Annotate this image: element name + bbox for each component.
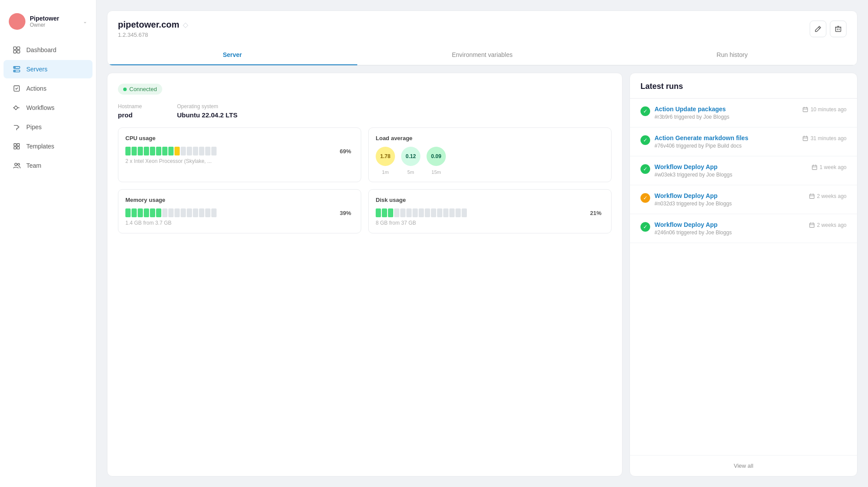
load-label: 1m	[376, 169, 395, 175]
server-info-panel: Connected Hostname prod Operating system…	[107, 73, 623, 476]
disk-bar-segment	[376, 208, 381, 217]
disk-bar-segment	[431, 208, 436, 217]
sidebar-item-label: Servers	[26, 66, 47, 73]
calendar-icon	[811, 164, 818, 170]
cpu-bar-segment	[193, 147, 198, 155]
runs-header: Latest runs	[630, 73, 857, 99]
host-os-row: Hostname prod Operating system Ubuntu 22…	[118, 103, 612, 119]
cpu-bar-segment	[211, 147, 217, 155]
run-meta: #n032d3 triggered by Joe Bloggs	[655, 201, 732, 207]
run-item[interactable]: ✓Action Update packages#r3b9r6 triggered…	[630, 99, 857, 127]
cpu-bar-segment	[150, 147, 155, 155]
memory-bar-segment	[193, 208, 198, 217]
disk-usage-metric: Disk usage 21% 8 GB from 37 GB	[368, 189, 612, 233]
disk-bar-segment	[413, 208, 418, 217]
run-meta: #w03ek3 triggered by Joe Bloggs	[655, 172, 732, 178]
memory-bar-container	[125, 208, 336, 217]
cpu-bar-segment	[162, 147, 167, 155]
run-item[interactable]: ✓Workflow Deploy App#w03ek3 triggered by…	[630, 156, 857, 185]
load-title: Load average	[376, 135, 604, 141]
run-item[interactable]: ✓Workflow Deploy App#246n06 triggered by…	[630, 214, 857, 243]
svg-rect-0	[14, 47, 16, 49]
tabs: Server Environment variables Run history	[107, 45, 857, 65]
svg-rect-10	[17, 144, 19, 146]
metrics-grid: CPU usage 69% 2 x Intel Xeon Processor (…	[118, 127, 612, 233]
content-area: Connected Hostname prod Operating system…	[107, 73, 857, 476]
run-time: 2 weeks ago	[809, 221, 847, 228]
run-time: 1 week ago	[811, 163, 847, 170]
servers-icon	[12, 65, 21, 74]
hostname-value: prod	[118, 111, 142, 119]
connection-status-badge: Connected	[118, 84, 162, 95]
sidebar-item-label: Workflows	[26, 104, 54, 111]
load-average-metric: Load average 1.780.120.09 1m5m15m	[368, 127, 612, 182]
run-status-icon-warning: ✓	[640, 193, 650, 203]
run-meta: #r3b9r6 triggered by Joe Bloggs	[655, 114, 729, 120]
disk-bar-segment	[462, 208, 467, 217]
sidebar-item-team[interactable]: Team	[4, 156, 92, 175]
load-circle: 1.78	[376, 147, 395, 166]
user-profile[interactable]: Pipetower Owner ⌄	[0, 9, 96, 40]
run-time-text: 1 week ago	[820, 164, 847, 170]
memory-bar-segment	[187, 208, 192, 217]
svg-rect-20	[809, 223, 814, 228]
tab-run-history[interactable]: Run history	[607, 45, 857, 65]
server-domain: pipetower.com	[118, 20, 179, 30]
sidebar-item-pipes[interactable]: Pipes	[4, 118, 92, 136]
sidebar-item-templates[interactable]: Templates	[4, 137, 92, 155]
run-meta: #246n06 triggered by Joe Bloggs	[655, 229, 732, 236]
os-value: Ubuntu 22.04.2 LTS	[177, 111, 238, 119]
sidebar-item-label: Templates	[26, 143, 54, 150]
memory-bar-segment	[132, 208, 137, 217]
svg-rect-12	[17, 147, 19, 149]
svg-rect-11	[14, 147, 16, 149]
svg-rect-17	[803, 137, 808, 141]
memory-bar-segment	[211, 208, 217, 217]
calendar-icon	[802, 106, 808, 113]
server-action-buttons	[810, 21, 847, 37]
svg-rect-18	[812, 166, 817, 170]
edit-button[interactable]	[810, 21, 826, 37]
sidebar-item-workflows[interactable]: Workflows	[4, 99, 92, 117]
user-name: Pipetower	[30, 15, 59, 22]
disk-sub: 8 GB from 37 GB	[376, 220, 604, 226]
memory-bar-segment	[150, 208, 155, 217]
disk-bar-segment	[443, 208, 448, 217]
cpu-bar-segment	[156, 147, 161, 155]
run-item[interactable]: ✓Action Generate markdown files#76v406 t…	[630, 127, 857, 156]
load-circles: 1.780.120.09	[376, 147, 604, 166]
os-label: Operating system	[177, 103, 238, 109]
svg-point-13	[15, 163, 17, 166]
workflows-icon	[12, 103, 21, 112]
disk-percentage: 21%	[590, 210, 604, 216]
run-time: 2 weeks ago	[809, 192, 847, 199]
load-labels: 1m5m15m	[376, 169, 604, 175]
tab-environment-variables[interactable]: Environment variables	[357, 45, 607, 65]
sidebar-item-servers[interactable]: Servers	[4, 60, 92, 78]
disk-bar-segment	[449, 208, 455, 217]
sidebar: Pipetower Owner ⌄ Dashboard Servers	[0, 0, 96, 487]
actions-icon	[12, 84, 21, 93]
cpu-percentage: 69%	[340, 148, 354, 155]
pipes-icon	[12, 123, 21, 131]
cpu-bar-segment	[125, 147, 131, 155]
svg-rect-2	[14, 50, 16, 53]
sidebar-item-actions[interactable]: Actions	[4, 79, 92, 98]
tab-server[interactable]: Server	[107, 45, 357, 65]
run-item[interactable]: ✓Workflow Deploy App#n032d3 triggered by…	[630, 185, 857, 214]
calendar-icon	[809, 193, 815, 199]
disk-title: Disk usage	[376, 197, 604, 203]
run-title: Workflow Deploy App	[655, 192, 732, 199]
runs-list: ✓Action Update packages#r3b9r6 triggered…	[630, 99, 857, 455]
memory-title: Memory usage	[125, 197, 354, 203]
run-status-icon-success: ✓	[640, 164, 650, 174]
sidebar-item-dashboard[interactable]: Dashboard	[4, 41, 92, 59]
view-all-button[interactable]: View all	[630, 455, 857, 476]
load-circle: 0.09	[427, 147, 446, 166]
memory-bar-segment	[156, 208, 161, 217]
status-text: Connected	[129, 86, 157, 92]
chevron-down-icon: ⌄	[83, 18, 87, 25]
svg-rect-19	[809, 194, 814, 199]
disk-bar-segment	[437, 208, 442, 217]
delete-button[interactable]	[830, 21, 847, 37]
